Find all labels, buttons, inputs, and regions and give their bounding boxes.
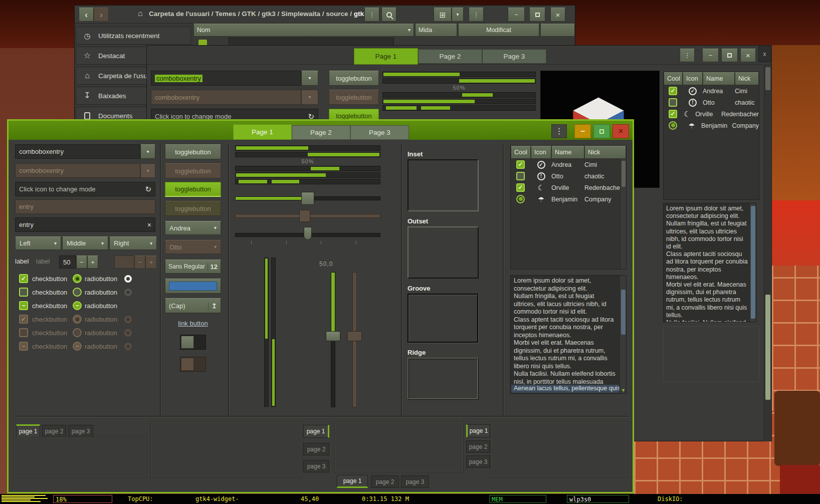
scroll-down-icon[interactable]: ▼ [621,388,626,393]
fw-tab-page3[interactable]: Page 3 [350,125,409,140]
notebook1-tab-page3[interactable]: page 3 [68,425,93,437]
sidebar-item-recent[interactable]: ◷ Utilitzats recentment [76,27,191,45]
bgw-maximize-button[interactable] [721,49,738,62]
fw-spinbutton[interactable]: 50 − + [59,256,98,269]
radio-unselected[interactable] [73,288,82,297]
taskbar-mem-box[interactable]: MEM [489,495,546,503]
scale-handle[interactable] [326,331,340,341]
scale-handle[interactable] [301,192,314,205]
tree-row[interactable]: ☂ Benjamin Company [664,120,759,131]
scrollbar-thumb[interactable] [765,67,770,90]
tree-row[interactable]: ✓ ! Otto chaotic [511,170,626,182]
fm-view-grid-button[interactable]: ⊞ [434,8,452,22]
tree-header-icon[interactable]: Icon [531,146,551,159]
tree-row[interactable]: ☂ Benjamin Company [511,193,626,205]
bgw-menu-button[interactable]: ⋮ [680,49,695,62]
checkbutton-label[interactable]: checkbutton [32,275,67,283]
refresh-icon[interactable]: ↻ [145,185,151,193]
scale-pin-handle[interactable] [304,227,312,240]
combobox-dropdown[interactable]: ▾ [140,144,155,159]
fw-combo-middle[interactable]: Middle▾ [62,236,108,250]
scrollbar-thumb[interactable] [751,206,755,319]
fm-column-extra[interactable] [540,24,575,37]
fw-scale-1[interactable] [235,191,380,206]
checkbox-unchecked[interactable]: ✓ [19,288,28,297]
notebook3-tab-page1[interactable]: page 1 [337,475,368,488]
fw-close-button[interactable]: × [612,124,629,138]
textview-scrollbar[interactable] [749,203,756,322]
fw-togglebutton-1[interactable]: togglebutton [165,144,221,159]
combobox-dropdown[interactable]: ▾ [301,71,318,86]
checkbox-unchecked[interactable]: ✓ [516,172,525,180]
switch-knob[interactable] [181,336,194,349]
tree-row[interactable]: ✓ ☾ Orville Redenbacher [664,108,759,120]
notebook2-tab-page3[interactable]: page 3 [303,460,329,472]
fw-tab-page1[interactable]: Page 1 [233,124,292,140]
fm-column-modified[interactable]: Modificat [458,24,539,37]
fm-menu-button[interactable]: ⋮ [364,8,379,22]
radio-indicator-off[interactable] [124,289,132,296]
checkbox-checked[interactable]: ✓ [669,110,677,118]
tree-row[interactable]: ✓ ! Otto chaotic [664,97,759,108]
scrollbar-thumb[interactable] [765,295,770,400]
fw-tab-page2[interactable]: Page 2 [292,125,350,140]
forward-button[interactable]: › [94,8,109,22]
tree-header-nick[interactable]: Nick [584,146,626,159]
radio-selected[interactable] [516,195,525,203]
spin-plus-button[interactable]: + [87,256,98,269]
radio-indicator-on[interactable] [124,275,132,283]
fw-combo-left[interactable]: Left▾ [15,236,61,250]
fw-name-combo[interactable]: Andrea▾ [165,221,221,235]
notebook1-tab-page2[interactable]: page 2 [42,425,66,437]
radiobutton-label[interactable]: radiobutton [85,302,117,310]
notebook1-tab-page1[interactable]: page 1 [16,424,40,437]
fm-column-size[interactable]: Mida [415,24,457,37]
fw-togglebutton-3[interactable]: togglebutton [165,182,221,197]
fw-maximize-button[interactable] [593,124,610,138]
fw-minimize-button[interactable]: − [574,124,591,138]
fw-file-chooser-button[interactable]: (Cap) ↥ [165,298,221,313]
bgw-minimize-button[interactable]: − [702,49,719,62]
tree-row[interactable]: ✓ ☾ Orville Redenbacher [511,182,626,193]
textview-scrollbar[interactable]: ▼ [620,276,626,393]
fw-scale-3-marks[interactable] [235,227,380,245]
bgw-tab-page1[interactable]: Page 1 [354,48,418,65]
fm-column-name[interactable]: Nom▾ [193,24,414,37]
scrollbar-thumb[interactable] [622,161,626,187]
checkbox-indeterminate[interactable]: − [19,301,28,310]
scrollbar-thumb[interactable] [621,290,626,335]
checkbox-checked[interactable]: ✓ [19,274,28,283]
tree-row[interactable]: ✓ ✓ Andrea Cimi [511,159,626,170]
notebook3-tab-page3[interactable]: page 3 [401,475,429,488]
notebook4-tab-page3[interactable]: page 3 [466,455,490,468]
bgw-togglebutton-1[interactable]: togglebutton [329,71,379,86]
bgw-small-close-tab[interactable]: x [758,46,771,62]
notebook4-tab-page1[interactable]: page 1 [466,424,490,437]
notebook3-tab-page2[interactable]: page 2 [371,475,399,488]
notebook2-tab-page2[interactable]: page 2 [303,443,329,455]
checkbox-checked[interactable]: ✓ [516,183,525,192]
fw-link-button[interactable]: link button [165,320,221,327]
clear-icon[interactable]: × [147,221,151,228]
fw-switch-off[interactable] [180,335,206,350]
fw-vertical-scale-1[interactable] [326,272,340,407]
checkbutton-label[interactable]: checkbutton [32,302,67,310]
tree-scrollbar[interactable] [620,159,626,269]
checkbox-checked[interactable]: ✓ [516,160,525,169]
bgw-scrollbar[interactable] [764,65,771,441]
bgw-tab-page2[interactable]: Page 2 [418,49,482,64]
tree-header-name[interactable]: Name [703,72,735,85]
checkbox-checked[interactable]: ✓ [669,87,677,95]
checkbutton-label[interactable]: checkbutton [32,289,67,296]
fw-color-button[interactable] [165,279,221,294]
fw-combo-right[interactable]: Right▾ [109,236,157,250]
radiobutton-label[interactable]: radiobutton [85,275,117,283]
bgw-tab-page3[interactable]: Page 3 [482,49,546,64]
radiobutton-label[interactable]: radiobutton [85,289,117,296]
tree-header-nick[interactable]: Nick [735,72,759,85]
breadcrumb[interactable]: Carpeta de l'usuari / Temes / GTK / gtk3… [149,10,368,18]
bgw-comboboxentry[interactable]: comboboxentry ▾ [151,71,318,86]
bgw-textview[interactable]: Lorem ipsum dolor sit amet, consectetur … [663,203,756,322]
radio-indeterminate[interactable]: − [73,301,82,310]
fw-menu-button[interactable]: ⋮ [551,124,567,138]
